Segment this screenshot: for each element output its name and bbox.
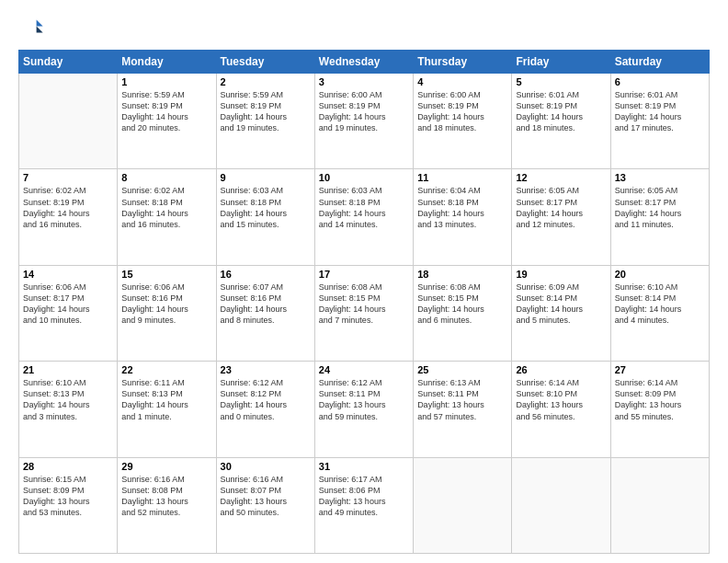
day-header-saturday: Saturday	[610, 51, 709, 74]
calendar-cell: 10Sunrise: 6:03 AM Sunset: 8:18 PM Dayli…	[314, 169, 413, 265]
day-number: 7	[23, 172, 113, 183]
calendar-cell: 30Sunrise: 6:16 AM Sunset: 8:07 PM Dayli…	[216, 457, 314, 553]
day-number: 20	[615, 269, 705, 280]
calendar-cell: 9Sunrise: 6:03 AM Sunset: 8:18 PM Daylig…	[216, 169, 314, 265]
day-info: Sunrise: 6:16 AM Sunset: 8:07 PM Dayligh…	[221, 474, 311, 519]
day-number: 17	[319, 269, 409, 280]
calendar-cell: 7Sunrise: 6:02 AM Sunset: 8:19 PM Daylig…	[19, 169, 118, 265]
week-row-3: 14Sunrise: 6:06 AM Sunset: 8:17 PM Dayli…	[19, 265, 710, 361]
week-row-5: 28Sunrise: 6:15 AM Sunset: 8:09 PM Dayli…	[19, 457, 710, 553]
day-info: Sunrise: 6:02 AM Sunset: 8:19 PM Dayligh…	[23, 185, 113, 230]
day-info: Sunrise: 6:14 AM Sunset: 8:10 PM Dayligh…	[516, 377, 606, 422]
calendar-cell: 25Sunrise: 6:13 AM Sunset: 8:11 PM Dayli…	[414, 362, 512, 457]
calendar-cell: 4Sunrise: 6:00 AM Sunset: 8:19 PM Daylig…	[414, 74, 512, 169]
day-info: Sunrise: 6:00 AM Sunset: 8:19 PM Dayligh…	[417, 89, 507, 134]
day-info: Sunrise: 6:01 AM Sunset: 8:19 PM Dayligh…	[615, 89, 705, 134]
day-number: 15	[121, 269, 211, 280]
day-number: 9	[221, 172, 311, 183]
logo-icon	[18, 15, 44, 40]
calendar-cell: 5Sunrise: 6:01 AM Sunset: 8:19 PM Daylig…	[512, 74, 610, 169]
week-row-1: 1Sunrise: 5:59 AM Sunset: 8:19 PM Daylig…	[19, 74, 710, 169]
day-info: Sunrise: 6:10 AM Sunset: 8:14 PM Dayligh…	[615, 282, 705, 327]
calendar-cell	[414, 457, 512, 553]
day-info: Sunrise: 6:15 AM Sunset: 8:09 PM Dayligh…	[23, 474, 113, 519]
calendar-cell: 23Sunrise: 6:12 AM Sunset: 8:12 PM Dayli…	[216, 362, 314, 457]
day-info: Sunrise: 6:09 AM Sunset: 8:14 PM Dayligh…	[516, 282, 606, 327]
day-number: 3	[319, 76, 409, 87]
calendar-cell: 1Sunrise: 5:59 AM Sunset: 8:19 PM Daylig…	[118, 74, 216, 169]
calendar-cell: 31Sunrise: 6:17 AM Sunset: 8:06 PM Dayli…	[314, 457, 413, 553]
day-number: 8	[121, 172, 211, 183]
day-number: 16	[221, 269, 311, 280]
day-number: 22	[121, 364, 211, 375]
day-number: 14	[23, 269, 113, 280]
calendar-cell: 8Sunrise: 6:02 AM Sunset: 8:18 PM Daylig…	[118, 169, 216, 265]
calendar-container: SundayMondayTuesdayWednesdayThursdayFrid…	[0, 0, 728, 563]
day-info: Sunrise: 6:08 AM Sunset: 8:15 PM Dayligh…	[417, 282, 507, 327]
day-info: Sunrise: 6:07 AM Sunset: 8:16 PM Dayligh…	[221, 282, 311, 327]
calendar-cell: 13Sunrise: 6:05 AM Sunset: 8:17 PM Dayli…	[610, 169, 709, 265]
day-info: Sunrise: 6:12 AM Sunset: 8:11 PM Dayligh…	[319, 377, 409, 422]
day-header-monday: Monday	[118, 51, 216, 74]
day-info: Sunrise: 6:03 AM Sunset: 8:18 PM Dayligh…	[221, 185, 311, 230]
day-info: Sunrise: 6:03 AM Sunset: 8:18 PM Dayligh…	[319, 185, 409, 230]
day-number: 31	[319, 461, 409, 472]
day-headers-row: SundayMondayTuesdayWednesdayThursdayFrid…	[19, 51, 710, 74]
day-number: 27	[615, 364, 705, 375]
week-row-2: 7Sunrise: 6:02 AM Sunset: 8:19 PM Daylig…	[19, 169, 710, 265]
day-number: 6	[615, 76, 705, 87]
day-info: Sunrise: 5:59 AM Sunset: 8:19 PM Dayligh…	[121, 89, 211, 134]
calendar-cell: 16Sunrise: 6:07 AM Sunset: 8:16 PM Dayli…	[216, 265, 314, 361]
day-info: Sunrise: 6:12 AM Sunset: 8:12 PM Dayligh…	[221, 377, 311, 422]
calendar-cell: 26Sunrise: 6:14 AM Sunset: 8:10 PM Dayli…	[512, 362, 610, 457]
day-number: 18	[417, 269, 507, 280]
day-number: 30	[221, 461, 311, 472]
svg-marker-1	[37, 27, 43, 33]
day-number: 25	[417, 364, 507, 375]
calendar-cell: 6Sunrise: 6:01 AM Sunset: 8:19 PM Daylig…	[610, 74, 709, 169]
calendar-cell: 24Sunrise: 6:12 AM Sunset: 8:11 PM Dayli…	[314, 362, 413, 457]
day-info: Sunrise: 6:16 AM Sunset: 8:08 PM Dayligh…	[121, 474, 211, 519]
day-info: Sunrise: 6:01 AM Sunset: 8:19 PM Dayligh…	[516, 89, 606, 134]
day-info: Sunrise: 6:02 AM Sunset: 8:18 PM Dayligh…	[121, 185, 211, 230]
day-info: Sunrise: 5:59 AM Sunset: 8:19 PM Dayligh…	[221, 89, 311, 134]
day-info: Sunrise: 6:08 AM Sunset: 8:15 PM Dayligh…	[319, 282, 409, 327]
day-info: Sunrise: 6:05 AM Sunset: 8:17 PM Dayligh…	[615, 185, 705, 230]
day-header-thursday: Thursday	[414, 51, 512, 74]
day-number: 26	[516, 364, 606, 375]
day-info: Sunrise: 6:04 AM Sunset: 8:18 PM Dayligh…	[417, 185, 507, 230]
calendar-header: SundayMondayTuesdayWednesdayThursdayFrid…	[19, 51, 710, 74]
calendar-cell	[610, 457, 709, 553]
logo	[18, 15, 48, 40]
header	[18, 15, 710, 40]
day-header-friday: Friday	[512, 51, 610, 74]
day-info: Sunrise: 6:06 AM Sunset: 8:16 PM Dayligh…	[121, 282, 211, 327]
calendar-cell: 15Sunrise: 6:06 AM Sunset: 8:16 PM Dayli…	[118, 265, 216, 361]
calendar-body: 1Sunrise: 5:59 AM Sunset: 8:19 PM Daylig…	[19, 74, 710, 554]
day-number: 2	[221, 76, 311, 87]
day-info: Sunrise: 6:11 AM Sunset: 8:13 PM Dayligh…	[121, 377, 211, 422]
calendar-cell: 18Sunrise: 6:08 AM Sunset: 8:15 PM Dayli…	[414, 265, 512, 361]
day-info: Sunrise: 6:10 AM Sunset: 8:13 PM Dayligh…	[23, 377, 113, 422]
day-info: Sunrise: 6:17 AM Sunset: 8:06 PM Dayligh…	[319, 474, 409, 519]
day-info: Sunrise: 6:05 AM Sunset: 8:17 PM Dayligh…	[516, 185, 606, 230]
day-number: 23	[221, 364, 311, 375]
calendar-cell: 14Sunrise: 6:06 AM Sunset: 8:17 PM Dayli…	[19, 265, 118, 361]
day-number: 13	[615, 172, 705, 183]
calendar-cell	[19, 74, 118, 169]
calendar-cell: 28Sunrise: 6:15 AM Sunset: 8:09 PM Dayli…	[19, 457, 118, 553]
day-header-sunday: Sunday	[19, 51, 118, 74]
calendar-cell: 20Sunrise: 6:10 AM Sunset: 8:14 PM Dayli…	[610, 265, 709, 361]
calendar-cell	[512, 457, 610, 553]
day-number: 4	[417, 76, 507, 87]
day-info: Sunrise: 6:14 AM Sunset: 8:09 PM Dayligh…	[615, 377, 705, 422]
calendar-cell: 3Sunrise: 6:00 AM Sunset: 8:19 PM Daylig…	[314, 74, 413, 169]
day-number: 19	[516, 269, 606, 280]
day-number: 11	[417, 172, 507, 183]
calendar-cell: 19Sunrise: 6:09 AM Sunset: 8:14 PM Dayli…	[512, 265, 610, 361]
day-number: 10	[319, 172, 409, 183]
day-number: 1	[121, 76, 211, 87]
day-header-wednesday: Wednesday	[314, 51, 413, 74]
day-number: 5	[516, 76, 606, 87]
calendar-cell: 11Sunrise: 6:04 AM Sunset: 8:18 PM Dayli…	[414, 169, 512, 265]
